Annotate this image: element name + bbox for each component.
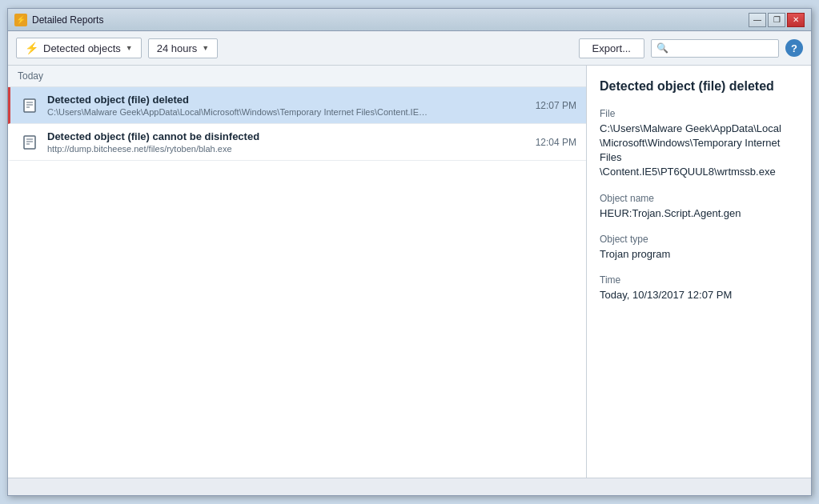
- filter-dropdown[interactable]: ⚡ Detected objects ▼: [16, 38, 142, 58]
- section-today: Today: [8, 66, 586, 87]
- item-title: Detected object (file) cannot be disinfe…: [47, 130, 528, 142]
- detail-time-section: Time Today, 10/13/2017 12:07 PM: [600, 274, 798, 302]
- item-title: Detected object (file) deleted: [47, 94, 528, 106]
- detail-object-name-value: HEUR:Trojan.Script.Agent.gen: [600, 206, 798, 221]
- restore-button[interactable]: ❐: [768, 13, 785, 27]
- toolbar: ⚡ Detected objects ▼ 24 hours ▼ Export..…: [8, 31, 811, 66]
- status-bar: [8, 478, 811, 495]
- window-title: Detailed Reports: [32, 14, 103, 26]
- minimize-button[interactable]: —: [749, 13, 766, 27]
- time-arrow-icon: ▼: [202, 44, 209, 52]
- detail-title: Detected object (file) deleted: [600, 78, 798, 95]
- filter-icon: ⚡: [25, 42, 38, 54]
- search-box: 🔍: [651, 39, 779, 58]
- search-icon: 🔍: [656, 42, 668, 54]
- main-window: ⚡ Detailed Reports — ❐ ✕ ⚡ Detected obje…: [7, 8, 812, 496]
- filter-label: Detected objects: [43, 42, 121, 54]
- item-subtitle: C:\Users\Malware Geek\AppData\Local\Micr…: [47, 107, 432, 117]
- svg-rect-0: [24, 99, 35, 112]
- detail-object-type-label: Object type: [600, 234, 798, 245]
- item-content: Detected object (file) deleted C:\Users\…: [47, 94, 528, 117]
- list-item[interactable]: Detected object (file) deleted C:\Users\…: [8, 87, 586, 124]
- item-icon: [20, 133, 39, 152]
- filter-arrow-icon: ▼: [126, 44, 133, 52]
- detail-file-label: File: [600, 108, 798, 119]
- help-button[interactable]: ?: [785, 39, 803, 57]
- detail-object-type-section: Object type Trojan program: [600, 234, 798, 262]
- detail-object-type-value: Trojan program: [600, 247, 798, 262]
- detail-time-label: Time: [600, 274, 798, 286]
- time-label: 24 hours: [157, 42, 198, 54]
- item-content: Detected object (file) cannot be disinfe…: [47, 130, 528, 154]
- title-bar: ⚡ Detailed Reports — ❐ ✕: [8, 9, 811, 31]
- svg-rect-4: [24, 136, 35, 149]
- search-input[interactable]: [672, 42, 776, 54]
- detail-file-section: File C:\Users\Malware Geek\AppData\Local…: [600, 108, 798, 180]
- list-item[interactable]: Detected object (file) cannot be disinfe…: [8, 124, 586, 161]
- title-controls: — ❐ ✕: [749, 13, 805, 27]
- time-dropdown[interactable]: 24 hours ▼: [148, 38, 219, 58]
- detail-file-value: C:\Users\Malware Geek\AppData\Local\Micr…: [600, 122, 798, 180]
- close-button[interactable]: ✕: [787, 13, 805, 27]
- left-panel: Today Detected object (file) deleted C:\…: [8, 66, 587, 478]
- item-subtitle: http://dump.bitcheese.net/files/rytoben/…: [47, 144, 432, 154]
- right-panel: Detected object (file) deleted File C:\U…: [587, 66, 811, 478]
- item-time: 12:07 PM: [536, 100, 576, 111]
- item-icon: [20, 96, 39, 115]
- detail-object-name-section: Object name HEUR:Trojan.Script.Agent.gen: [600, 193, 798, 221]
- title-bar-left: ⚡ Detailed Reports: [14, 14, 103, 26]
- item-time: 12:04 PM: [536, 137, 576, 148]
- export-button[interactable]: Export...: [579, 38, 644, 58]
- detail-time-value: Today, 10/13/2017 12:07 PM: [600, 288, 798, 302]
- main-content: Today Detected object (file) deleted C:\…: [8, 66, 811, 478]
- window-icon: ⚡: [14, 14, 27, 26]
- detail-object-name-label: Object name: [600, 193, 798, 204]
